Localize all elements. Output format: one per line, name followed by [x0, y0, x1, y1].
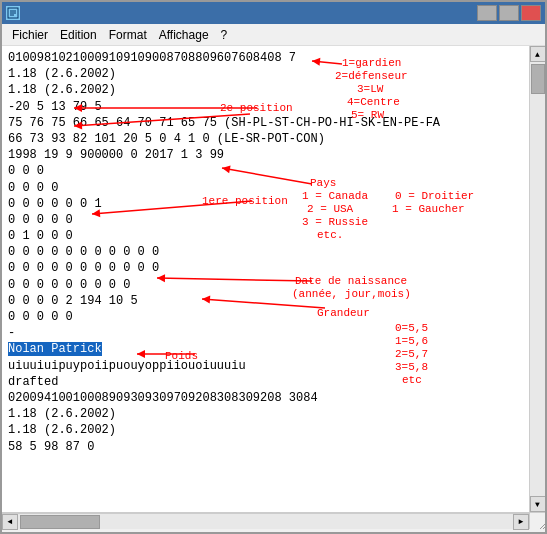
minimize-button[interactable] — [477, 5, 497, 21]
scroll-up-button[interactable]: ▲ — [530, 46, 546, 62]
text-line: -20 5 13 79 5 — [8, 99, 523, 115]
text-line: 58 5 98 87 0 — [8, 439, 523, 455]
content-area: 01009810210009109109008708809607608408 7… — [2, 46, 545, 512]
text-line: 0 1 0 0 0 — [8, 228, 523, 244]
text-line: Nolan Patrick — [8, 341, 523, 357]
text-line: 1998 19 9 900000 0 2017 1 3 99 — [8, 147, 523, 163]
app-icon — [6, 6, 20, 20]
menu-fichier[interactable]: Fichier — [6, 26, 54, 44]
text-line: 75 76 75 66 65 64 70 71 65 75 (SH-PL-ST-… — [8, 115, 523, 131]
scroll-down-button[interactable]: ▼ — [530, 496, 546, 512]
text-line: 66 73 93 82 101 20 5 0 4 1 0 (LE-SR-POT-… — [8, 131, 523, 147]
title-controls — [477, 5, 541, 21]
scroll-track-horizontal[interactable] — [18, 514, 513, 529]
bottom-bar: ◄ ► — [2, 512, 545, 532]
main-window: Fichier Edition Format Affichage ? 01009… — [0, 0, 547, 534]
svg-line-21 — [543, 526, 546, 529]
menu-edition[interactable]: Edition — [54, 26, 103, 44]
maximize-button[interactable] — [499, 5, 519, 21]
text-line: 0 0 0 0 0 — [8, 309, 523, 325]
close-button[interactable] — [521, 5, 541, 21]
menu-affichage[interactable]: Affichage — [153, 26, 215, 44]
text-line: 1.18 (2.6.2002) — [8, 66, 523, 82]
scroll-track-vertical[interactable] — [530, 62, 545, 496]
text-line: 1.18 (2.6.2002) — [8, 406, 523, 422]
text-line: 1.18 (2.6.2002) — [8, 422, 523, 438]
text-line: 0 0 0 0 0 0 0 0 0 0 0 — [8, 244, 523, 260]
vertical-scrollbar[interactable]: ▲ ▼ — [529, 46, 545, 512]
text-line: 02009410010008909309309709208308309208 3… — [8, 390, 523, 406]
scroll-left-button[interactable]: ◄ — [2, 514, 18, 530]
text-line: 0 0 0 0 2 194 10 5 — [8, 293, 523, 309]
text-line: uiuuiuipuypoiipuouyoppiiouoiuuuiu — [8, 358, 523, 374]
text-line: 0 0 0 0 0 0 1 — [8, 196, 523, 212]
scroll-right-button[interactable]: ► — [513, 514, 529, 530]
title-bar — [2, 2, 545, 24]
scroll-thumb-horizontal[interactable] — [20, 515, 100, 529]
text-line: 0 0 0 0 0 0 0 0 0 0 0 — [8, 260, 523, 276]
text-line: drafted — [8, 374, 523, 390]
text-line: 0 0 0 0 0 — [8, 212, 523, 228]
resize-corner — [529, 513, 545, 529]
text-content[interactable]: 01009810210009109109008708809607608408 7… — [2, 46, 529, 512]
text-line: - — [8, 325, 523, 341]
menu-bar: Fichier Edition Format Affichage ? — [2, 24, 545, 46]
svg-line-20 — [540, 523, 546, 529]
text-line: 0 0 0 0 — [8, 180, 523, 196]
menu-help[interactable]: ? — [215, 26, 234, 44]
text-line: 0 0 0 0 0 0 0 0 0 — [8, 277, 523, 293]
text-line: 01009810210009109109008708809607608408 7 — [8, 50, 523, 66]
menu-format[interactable]: Format — [103, 26, 153, 44]
text-line: 1.18 (2.6.2002) — [8, 82, 523, 98]
title-bar-left — [6, 6, 24, 20]
text-line: 0 0 0 — [8, 163, 523, 179]
scroll-thumb-vertical[interactable] — [531, 64, 545, 94]
horizontal-scrollbar[interactable]: ◄ ► — [2, 513, 529, 529]
